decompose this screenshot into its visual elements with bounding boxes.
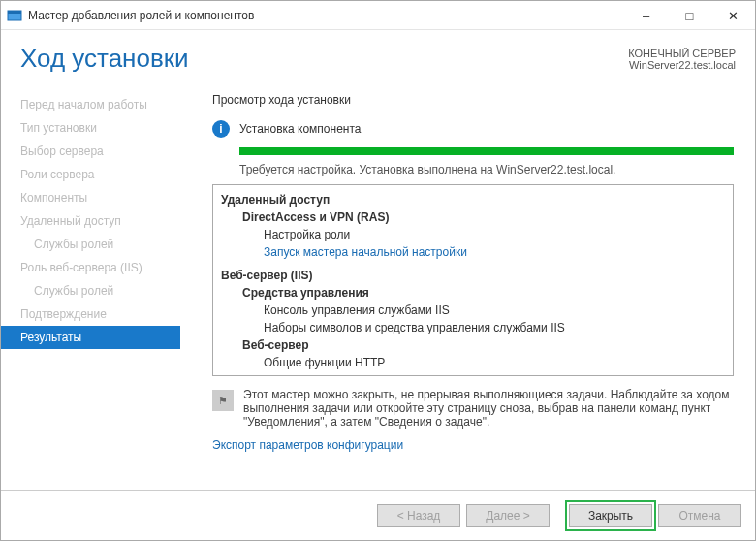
status-row: i Установка компонента xyxy=(212,120,734,138)
wizard-steps: Перед началом работы Тип установки Выбор… xyxy=(1,81,195,467)
note-text: Этот мастер можно закрыть, не прерывая в… xyxy=(243,388,734,429)
dest-label: КОНЕЧНЫЙ СЕРВЕР xyxy=(628,48,736,59)
maximize-button[interactable]: □ xyxy=(668,1,711,30)
step-role-services-1: Службы ролей xyxy=(20,233,195,256)
progress-fill xyxy=(239,147,734,155)
step-role-services-2: Службы ролей xyxy=(20,279,195,302)
close-window-button[interactable]: ✕ xyxy=(711,1,755,30)
result-config-role: Настройка роли xyxy=(221,226,725,243)
page-title: Ход установки xyxy=(20,44,628,74)
start-wizard-link[interactable]: Запуск мастера начальной настройки xyxy=(221,243,725,261)
export-config-link[interactable]: Экспорт параметров конфигурации xyxy=(212,438,734,452)
section-title: Просмотр хода установки xyxy=(212,93,734,107)
footer: < Назад Далее > Закрыть Отмена xyxy=(1,490,755,540)
step-server-selection: Выбор сервера xyxy=(20,140,195,163)
window-buttons: – □ ✕ xyxy=(624,1,755,29)
app-icon xyxy=(7,8,22,23)
result-remote-access: Удаленный доступ xyxy=(221,191,725,208)
result-iis-scripts: Наборы символов и средства управления сл… xyxy=(221,319,725,336)
note-row: ⚑ Этот мастер можно закрыть, не прерывая… xyxy=(212,388,734,429)
step-confirmation: Подтверждение xyxy=(20,302,195,326)
main-panel: Просмотр хода установки i Установка комп… xyxy=(195,81,755,467)
cancel-button[interactable]: Отмена xyxy=(658,504,741,527)
flag-icon: ⚑ xyxy=(212,390,234,411)
result-web-server-2: Веб-сервер xyxy=(221,336,725,354)
next-button[interactable]: Далее > xyxy=(466,504,550,527)
step-install-type: Тип установки xyxy=(20,116,195,140)
info-icon: i xyxy=(212,120,230,138)
window-title: Мастер добавления ролей и компонентов xyxy=(28,9,624,22)
destination-server: КОНЕЧНЫЙ СЕРВЕР WinServer22.test.local xyxy=(628,44,736,74)
result-mgmt-tools: Средства управления xyxy=(221,284,725,302)
result-http-common: Общие функции HTTP xyxy=(221,354,725,371)
progress-bar xyxy=(239,147,734,155)
titlebar: Мастер добавления ролей и компонентов – … xyxy=(1,1,755,30)
back-button[interactable]: < Назад xyxy=(377,504,460,527)
result-iis-console: Консоль управления службами IIS xyxy=(221,302,725,319)
step-remote-access: Удаленный доступ xyxy=(20,209,195,233)
minimize-button[interactable]: – xyxy=(624,1,668,30)
step-before-you-begin: Перед началом работы xyxy=(20,93,195,116)
step-results: Результаты xyxy=(1,326,180,349)
close-button[interactable]: Закрыть xyxy=(569,504,652,527)
requires-config-text: Требуется настройка. Установка выполнена… xyxy=(239,163,734,176)
step-server-roles: Роли сервера xyxy=(20,163,195,186)
header: Ход установки КОНЕЧНЫЙ СЕРВЕР WinServer2… xyxy=(1,30,755,81)
result-web-server: Веб-сервер (IIS) xyxy=(221,267,725,284)
step-web-server-role: Роль веб-сервера (IIS) xyxy=(20,256,195,279)
results-box[interactable]: Удаленный доступ DirectAccess и VPN (RAS… xyxy=(212,184,734,376)
result-directaccess-vpn: DirectAccess и VPN (RAS) xyxy=(221,208,725,226)
dest-server-name: WinServer22.test.local xyxy=(628,59,736,71)
step-features: Компоненты xyxy=(20,186,195,209)
body: Перед началом работы Тип установки Выбор… xyxy=(1,81,755,467)
status-text: Установка компонента xyxy=(239,122,362,136)
svg-rect-1 xyxy=(8,11,21,14)
